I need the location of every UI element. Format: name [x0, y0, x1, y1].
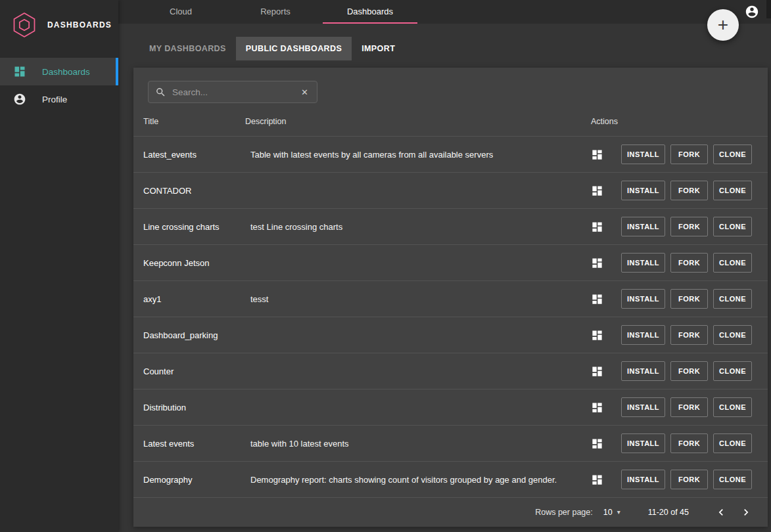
row-description: tesst [250, 294, 586, 304]
install-button[interactable]: INSTALL [621, 433, 665, 453]
top-navigation: Cloud Reports Dashboards [118, 0, 771, 24]
sidebar-item-profile[interactable]: Profile [0, 85, 118, 113]
close-icon: ✕ [301, 87, 308, 97]
row-description: table with 10 latest events [250, 439, 586, 449]
app-root: DASHBOARDS Dashboards Profile Cloud Repo… [0, 0, 771, 532]
row-title: Keepconn Jetson [143, 258, 245, 268]
install-button[interactable]: INSTALL [621, 144, 665, 164]
row-icon-cell [591, 365, 616, 378]
clone-button[interactable]: CLONE [713, 217, 752, 236]
next-page-button[interactable] [734, 500, 759, 525]
install-button[interactable]: INSTALL [621, 289, 665, 309]
row-icon-cell [591, 474, 616, 486]
table-row: Counter INSTALL FORK CLONE [133, 353, 768, 389]
row-title: Counter [143, 366, 245, 376]
dashboard-icon [591, 365, 603, 378]
fork-button[interactable]: FORK [670, 289, 708, 309]
sidebar: DASHBOARDS Dashboards Profile [0, 0, 118, 532]
previous-page-button[interactable] [709, 500, 734, 525]
brand-logo-icon [11, 11, 38, 39]
row-title: Demography [143, 475, 245, 485]
row-title: Dashboard_parking [143, 330, 245, 340]
fork-button[interactable]: FORK [670, 361, 708, 381]
search-box: ✕ [148, 81, 317, 103]
row-title: Latest events [143, 439, 245, 449]
fork-button[interactable]: FORK [670, 217, 708, 236]
clone-button[interactable]: CLONE [713, 470, 752, 489]
dashboard-icon [591, 221, 603, 233]
rows-per-page-select[interactable]: 10 ▾ [603, 508, 620, 517]
row-description: Table with latest events by all cameras … [250, 150, 586, 160]
sidebar-nav: Dashboards Profile [0, 58, 118, 113]
fork-button[interactable]: FORK [670, 433, 708, 453]
row-icon-cell [591, 329, 616, 342]
row-title: Line crossing charts [143, 222, 245, 232]
dropdown-arrow-icon: ▾ [617, 508, 620, 516]
dashboard-icon [591, 474, 603, 486]
fork-button[interactable]: FORK [670, 181, 708, 200]
tab-my-dashboards[interactable]: MY DASHBOARDS [139, 37, 236, 60]
clone-button[interactable]: CLONE [713, 181, 752, 200]
rows-per-page-label: Rows per page: [535, 508, 593, 517]
table-row: Dashboard_parking INSTALL FORK CLONE [133, 317, 768, 353]
row-icon-cell [591, 221, 616, 233]
row-icon-cell [591, 148, 616, 161]
table-row: Distribution INSTALL FORK CLONE [133, 389, 768, 425]
tab-cloud[interactable]: Cloud [133, 0, 228, 24]
sidebar-item-label: Profile [42, 95, 67, 104]
table-row: Latest events table with 10 latest event… [133, 425, 768, 461]
pagination-range: 11-20 of 45 [648, 508, 689, 517]
account-icon[interactable] [745, 5, 759, 19]
brand: DASHBOARDS [0, 0, 118, 50]
row-icon-cell [591, 257, 616, 269]
clone-button[interactable]: CLONE [713, 325, 752, 345]
dashboards-card: ✕ Title Description Actions Latest_event… [133, 68, 768, 527]
fork-button[interactable]: FORK [670, 144, 708, 164]
table-row: CONTADOR INSTALL FORK CLONE [133, 172, 768, 208]
sidebar-item-dashboards[interactable]: Dashboards [0, 58, 118, 85]
rows-per-page-value: 10 [603, 508, 613, 517]
table-row: Keepconn Jetson INSTALL FORK CLONE [133, 244, 768, 280]
install-button[interactable]: INSTALL [621, 397, 665, 417]
clone-button[interactable]: CLONE [713, 361, 752, 381]
dashboard-icon [591, 437, 603, 450]
column-header-title: Title [143, 117, 245, 126]
column-header-description: Description [245, 117, 591, 126]
fork-button[interactable]: FORK [670, 397, 708, 417]
row-title: CONTADOR [143, 186, 245, 196]
fork-button[interactable]: FORK [670, 253, 708, 273]
install-button[interactable]: INSTALL [621, 253, 665, 273]
clone-button[interactable]: CLONE [713, 253, 752, 273]
column-header-actions: Actions [591, 117, 752, 126]
person-icon [13, 93, 26, 106]
fork-button[interactable]: FORK [670, 325, 708, 345]
dashboard-icon [591, 148, 603, 161]
dashboard-icon [591, 293, 603, 305]
search-input[interactable] [172, 87, 293, 97]
fork-button[interactable]: FORK [670, 470, 708, 489]
dashboard-icon [591, 401, 603, 414]
clone-button[interactable]: CLONE [713, 397, 752, 417]
install-button[interactable]: INSTALL [621, 325, 665, 345]
dashboard-icon [13, 65, 26, 78]
clone-button[interactable]: CLONE [713, 144, 752, 164]
row-icon-cell [591, 437, 616, 450]
install-button[interactable]: INSTALL [621, 470, 665, 489]
row-title: axy1 [143, 294, 245, 304]
tab-reports[interactable]: Reports [228, 0, 323, 24]
chevron-left-icon [714, 506, 728, 519]
install-button[interactable]: INSTALL [621, 217, 665, 236]
table-row: Line crossing charts test Line crossing … [133, 208, 768, 244]
dashboard-icon [591, 185, 603, 197]
install-button[interactable]: INSTALL [621, 181, 665, 200]
row-description: Demography report: charts showing count … [250, 475, 586, 485]
install-button[interactable]: INSTALL [621, 361, 665, 381]
tab-import[interactable]: IMPORT [352, 37, 405, 60]
clone-button[interactable]: CLONE [713, 433, 752, 453]
add-dashboard-button[interactable]: + [707, 9, 739, 41]
tab-dashboards[interactable]: Dashboards [323, 0, 417, 24]
clear-search-button[interactable]: ✕ [299, 86, 310, 99]
tab-public-dashboards[interactable]: PUBLIC DASHBOARDS [236, 37, 352, 60]
scrollbar[interactable] [766, 0, 771, 18]
clone-button[interactable]: CLONE [713, 289, 752, 309]
